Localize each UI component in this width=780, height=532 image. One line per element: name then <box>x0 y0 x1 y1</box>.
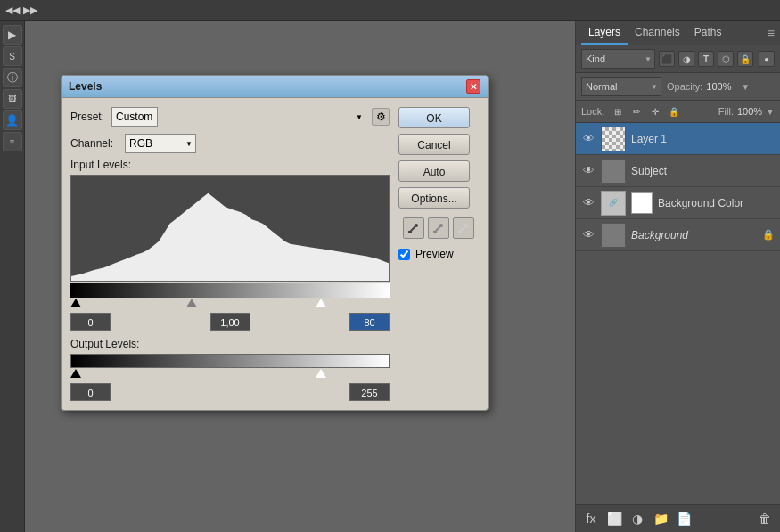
blend-mode-select[interactable]: Normal <box>581 77 661 96</box>
add-mask-button[interactable]: ⬜ <box>604 509 624 528</box>
panel-tabs: Layers Channels Paths ≡ <box>576 21 780 45</box>
tab-layers[interactable]: Layers <box>581 21 628 45</box>
layer-thumbnail <box>601 159 626 184</box>
opacity-chevron[interactable]: ▼ <box>741 82 750 92</box>
output-white-marker[interactable] <box>316 369 326 378</box>
layer-item[interactable]: 👁 🔗 Background Color <box>576 187 780 219</box>
layer-visibility-toggle[interactable]: 👁 <box>581 196 595 210</box>
lock-row: Lock: ⊞ ✏ ✛ 🔒 Fill: 100% ▼ <box>576 101 780 123</box>
tool-info[interactable]: ⓘ <box>3 68 22 87</box>
kind-filter-icons: ⬛ ◑ T ⬡ 🔒 <box>659 51 753 67</box>
tab-paths[interactable]: Paths <box>687 21 729 45</box>
smart-filter-icon[interactable]: 🔒 <box>737 51 753 67</box>
panel-menu-icon[interactable]: ≡ <box>768 26 775 40</box>
black-point-value[interactable]: 0 <box>70 313 111 331</box>
white-point-value[interactable]: 80 <box>349 313 390 331</box>
output-section: Output Levels: 0 255 <box>70 338 390 401</box>
layer-thumbnail <box>601 223 626 248</box>
preview-label: Preview <box>415 248 454 260</box>
tools-sidebar: ▶ S ⓘ 🖼 👤 ≡ <box>0 21 25 532</box>
new-group-button[interactable]: 📁 <box>651 509 670 528</box>
midtone-marker[interactable] <box>186 299 197 307</box>
lock-label: Lock: <box>581 106 604 117</box>
close-button[interactable]: ✕ <box>466 79 480 94</box>
gear-icon[interactable]: ⚙ <box>372 108 390 126</box>
output-black-marker[interactable] <box>70 369 81 378</box>
white-point-marker[interactable] <box>316 299 326 307</box>
layer-mask-thumbnail <box>631 192 653 214</box>
svg-marker-0 <box>71 193 389 281</box>
layer-visibility-toggle[interactable]: 👁 <box>581 132 595 146</box>
dialog-content: Preset: Custom ⚙ Channel: <box>62 98 488 410</box>
canvas-area: Levels ✕ Preset: Custom <box>25 21 575 532</box>
new-adjustment-button[interactable]: ◑ <box>628 509 647 528</box>
tool-select[interactable]: S <box>3 46 22 66</box>
layer-visibility-toggle[interactable]: 👁 <box>581 228 595 242</box>
input-slider-area <box>70 283 390 309</box>
svg-point-6 <box>439 224 443 227</box>
output-slider-track <box>70 354 390 368</box>
ok-button[interactable]: OK <box>398 107 470 128</box>
preview-checkbox[interactable] <box>398 249 410 260</box>
layer-item[interactable]: 👁 Layer 1 <box>576 123 780 155</box>
dialog-right: OK Cancel Auto Options... <box>398 107 479 401</box>
black-point-marker[interactable] <box>70 299 81 307</box>
channel-row: Channel: RGB Red Green Blue <box>70 134 390 153</box>
eyedropper-row <box>398 217 479 239</box>
histogram-container <box>70 175 390 282</box>
lock-all-icon[interactable]: 🔒 <box>666 103 682 119</box>
midtone-value[interactable]: 1,00 <box>210 313 250 331</box>
channel-select[interactable]: RGB Red Green Blue <box>125 134 196 153</box>
lock-pixels-icon[interactable]: ⊞ <box>610 103 626 119</box>
blend-mode-row: Normal Opacity: 100% ▼ <box>576 73 780 101</box>
svg-point-3 <box>415 224 418 227</box>
channel-select-wrapper: RGB Red Green Blue <box>125 134 196 153</box>
cancel-button[interactable]: Cancel <box>398 134 470 155</box>
fill-chevron[interactable]: ▼ <box>766 107 775 117</box>
tool-image[interactable]: 🖼 <box>3 89 22 109</box>
black-eyedropper-button[interactable] <box>403 217 424 239</box>
output-black-value[interactable]: 0 <box>70 383 111 401</box>
options-button[interactable]: Options... <box>398 187 470 209</box>
fill-value[interactable]: 100% <box>737 106 762 117</box>
preset-label: Preset: <box>70 110 106 123</box>
kind-select[interactable]: Kind <box>581 49 655 69</box>
white-eyedropper-button[interactable] <box>453 217 474 239</box>
layer-fx-button[interactable]: fx <box>581 509 601 528</box>
lock-paint-icon[interactable]: ✏ <box>628 103 645 119</box>
lock-move-icon[interactable]: ✛ <box>647 103 663 119</box>
text-filter-icon[interactable]: T <box>698 51 714 67</box>
layer-name: Layer 1 <box>631 133 775 145</box>
layer-visibility-toggle[interactable]: 👁 <box>581 164 595 178</box>
tool-person[interactable]: 👤 <box>3 110 22 130</box>
adjust-filter-icon[interactable]: ◑ <box>678 51 694 67</box>
preset-row: Preset: Custom ⚙ <box>70 107 390 127</box>
highlight-icon[interactable]: ● <box>759 51 775 67</box>
tab-channels[interactable]: Channels <box>628 21 687 45</box>
preset-select[interactable]: Custom <box>111 107 158 127</box>
gray-eyedropper-button[interactable] <box>428 217 449 239</box>
opacity-value[interactable]: 100% <box>706 81 737 92</box>
output-white-value[interactable]: 255 <box>349 383 390 401</box>
scroll-right-icon[interactable]: ▶▶ <box>23 4 37 16</box>
channel-label: Channel: <box>70 137 119 150</box>
shape-filter-icon[interactable]: ⬡ <box>718 51 734 67</box>
auto-button[interactable]: Auto <box>398 160 470 182</box>
levels-dialog: Levels ✕ Preset: Custom <box>61 75 489 411</box>
output-markers <box>70 369 390 380</box>
tool-arrow[interactable]: ▶ <box>3 25 22 45</box>
new-layer-button[interactable]: 📄 <box>674 509 694 528</box>
layer-item[interactable]: 👁 Background 🔒 <box>576 219 780 251</box>
dialog-left: Preset: Custom ⚙ Channel: <box>70 107 390 401</box>
tool-layers-icon[interactable]: ≡ <box>3 132 22 151</box>
layer-item[interactable]: 👁 Subject <box>576 155 780 187</box>
kind-filter-row: Kind ⬛ ◑ T ⬡ 🔒 ● <box>576 45 780 73</box>
dialog-titlebar: Levels ✕ <box>62 76 488 98</box>
layers-list: 👁 Layer 1 👁 Subject 👁 🔗 B <box>576 123 780 504</box>
blend-select-wrapper: Normal <box>581 77 661 96</box>
delete-layer-button[interactable]: 🗑 <box>755 509 775 528</box>
layer-name: Background Color <box>658 197 775 209</box>
scroll-left-icon[interactable]: ◀◀ <box>5 4 20 16</box>
kind-select-wrapper: Kind <box>581 49 655 69</box>
pixel-filter-icon[interactable]: ⬛ <box>659 51 675 67</box>
